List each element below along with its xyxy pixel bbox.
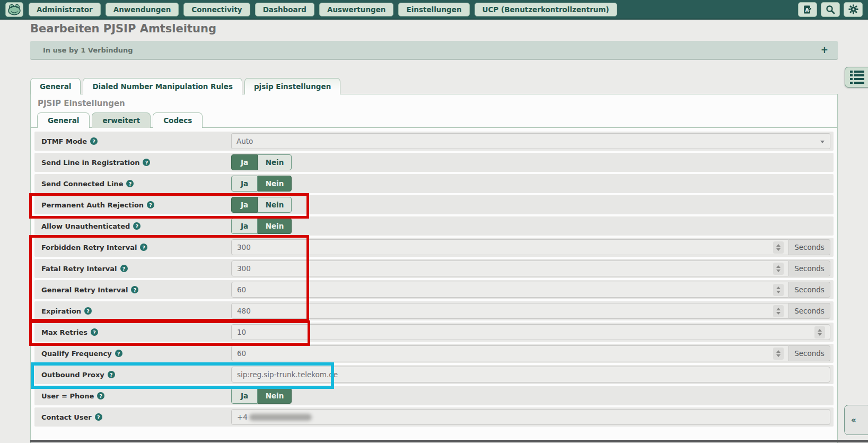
unit-addon: Seconds	[789, 239, 830, 255]
in-use-text: In use by 1 Verbindung	[43, 46, 133, 54]
toggle-yes-button[interactable]: Ja	[231, 197, 258, 213]
unit-addon: Seconds	[789, 282, 830, 298]
number-spinner[interactable]	[814, 326, 825, 338]
allow-unauthenticated-toggle: Ja Nein	[231, 218, 830, 234]
bottom-edge-strip	[30, 440, 868, 442]
row-dtmf-mode: DTMF Mode Auto	[34, 132, 834, 151]
language-button[interactable]: A	[798, 2, 817, 17]
contact-user-input[interactable]: +4	[231, 409, 830, 425]
send-line-toggle: Ja Nein	[231, 154, 830, 170]
toggle-no-button[interactable]: Nein	[258, 176, 292, 192]
subtab-codecs[interactable]: Codecs	[153, 112, 203, 128]
collapse-panel-button[interactable]	[844, 405, 868, 435]
input-value: 300	[237, 243, 251, 251]
subtab-erweitert[interactable]: erweitert	[92, 112, 151, 128]
help-icon[interactable]	[147, 201, 154, 209]
subtab-general[interactable]: General	[37, 112, 90, 128]
list-view-button[interactable]	[845, 67, 868, 88]
field-label: Max Retries	[41, 328, 87, 336]
max-retries-input[interactable]: 10	[231, 324, 830, 340]
field-label: User = Phone	[41, 392, 94, 400]
dtmf-mode-select[interactable]: Auto	[231, 133, 830, 149]
input-value: 60	[237, 285, 246, 294]
help-icon[interactable]	[115, 350, 122, 357]
settings-form: DTMF Mode Auto Send Line in Registration…	[31, 128, 837, 427]
nav-item-auswertungen[interactable]: Auswertungen	[319, 3, 394, 16]
outbound-proxy-input[interactable]: sip:reg.sip-trunk.telekom.de	[231, 367, 830, 383]
in-use-panel[interactable]: In use by 1 Verbindung +	[30, 41, 838, 60]
redacted-value	[249, 414, 312, 421]
toggle-yes-button[interactable]: Ja	[231, 154, 258, 170]
field-label: DTMF Mode	[41, 137, 87, 145]
select-value: Auto	[236, 137, 253, 145]
field-label: Forbidden Retry Interval	[41, 244, 137, 251]
row-max-retries: Max Retries 10	[34, 323, 834, 342]
toggle-no-button[interactable]: Nein	[258, 197, 292, 213]
gear-icon	[848, 4, 858, 14]
row-general-retry-interval: General Retry Interval 60 Seconds	[34, 280, 834, 299]
unit-addon: Seconds	[789, 345, 830, 361]
field-label: Outbound Proxy	[41, 371, 104, 379]
unit-addon: Seconds	[789, 303, 830, 319]
help-icon[interactable]	[90, 137, 98, 145]
freepbx-logo[interactable]	[5, 2, 23, 17]
help-icon[interactable]	[97, 392, 104, 399]
row-permanent-auth-rejection: Permanent Auth Rejection Ja Nein	[34, 195, 834, 214]
help-icon[interactable]	[91, 328, 98, 336]
nav-item-einstellungen[interactable]: Einstellungen	[398, 3, 469, 16]
help-icon[interactable]	[143, 159, 150, 166]
page: Administrator Anwendungen Connectivity D…	[0, 0, 868, 443]
nav-item-connectivity[interactable]: Connectivity	[183, 3, 250, 16]
help-icon[interactable]	[108, 371, 115, 378]
toggle-no-button[interactable]: Nein	[258, 154, 292, 170]
help-icon[interactable]	[120, 265, 128, 272]
nav-item-administrator[interactable]: Administrator	[29, 3, 101, 16]
tab-pjsip-einstellungen[interactable]: pjsip Einstellungen	[244, 78, 340, 94]
tab-dialed-number-manipulation-rules[interactable]: Dialed Number Manipulation Rules	[83, 78, 242, 94]
user-phone-toggle: Ja Nein	[231, 388, 830, 404]
field-label: Contact User	[41, 413, 92, 421]
help-icon[interactable]	[84, 307, 92, 315]
nav-item-ucp[interactable]: UCP (Benutzerkontrollzentrum)	[475, 3, 617, 16]
search-icon	[826, 5, 835, 14]
row-forbidden-retry-interval: Forbidden Retry Interval 300 Seconds	[34, 238, 834, 257]
help-icon[interactable]	[133, 222, 141, 230]
number-spinner[interactable]	[773, 284, 784, 296]
toggle-yes-button[interactable]: Ja	[231, 218, 258, 234]
section-title: PJSIP Einstellungen	[38, 99, 837, 108]
toggle-yes-button[interactable]: Ja	[231, 388, 258, 404]
search-button[interactable]	[821, 2, 840, 17]
plus-icon[interactable]: +	[821, 45, 828, 55]
toggle-no-button[interactable]: Nein	[258, 218, 292, 234]
expiration-input[interactable]: 480	[231, 303, 789, 319]
field-label: Allow Unauthenticated	[41, 222, 130, 230]
input-value: 300	[237, 264, 251, 273]
help-icon[interactable]	[140, 244, 147, 251]
nav-item-dashboard[interactable]: Dashboard	[255, 3, 314, 16]
row-send-line-in-registration: Send Line in Registration Ja Nein	[34, 153, 834, 172]
field-label: Qualify Frequency	[41, 350, 112, 358]
field-label: Send Line in Registration	[41, 159, 139, 167]
toggle-no-button[interactable]: Nein	[258, 388, 292, 404]
help-icon[interactable]	[131, 286, 138, 293]
qualify-frequency-input[interactable]: 60	[231, 345, 789, 361]
nav-item-anwendungen[interactable]: Anwendungen	[106, 3, 179, 16]
help-icon[interactable]	[95, 413, 102, 421]
number-spinner[interactable]	[773, 348, 784, 360]
input-value: 60	[237, 349, 246, 358]
number-spinner[interactable]	[773, 305, 784, 317]
number-spinner[interactable]	[773, 241, 784, 254]
general-retry-interval-input[interactable]: 60	[231, 282, 789, 298]
number-spinner[interactable]	[773, 263, 784, 275]
fatal-retry-interval-input[interactable]: 300	[231, 260, 789, 276]
forbidden-retry-interval-input[interactable]: 300	[231, 239, 789, 255]
row-fatal-retry-interval: Fatal Retry Interval 300 Seconds	[34, 259, 834, 278]
page-title: Bearbeiten PJSIP Amtsleitung	[30, 22, 216, 35]
help-icon[interactable]	[126, 180, 134, 187]
input-value: +4	[237, 413, 248, 421]
toggle-yes-button[interactable]: Ja	[231, 176, 258, 192]
input-value: 10	[237, 328, 246, 336]
row-user-equals-phone: User = Phone Ja Nein	[34, 386, 834, 405]
tab-general[interactable]: General	[30, 78, 81, 94]
settings-button[interactable]	[844, 2, 863, 17]
